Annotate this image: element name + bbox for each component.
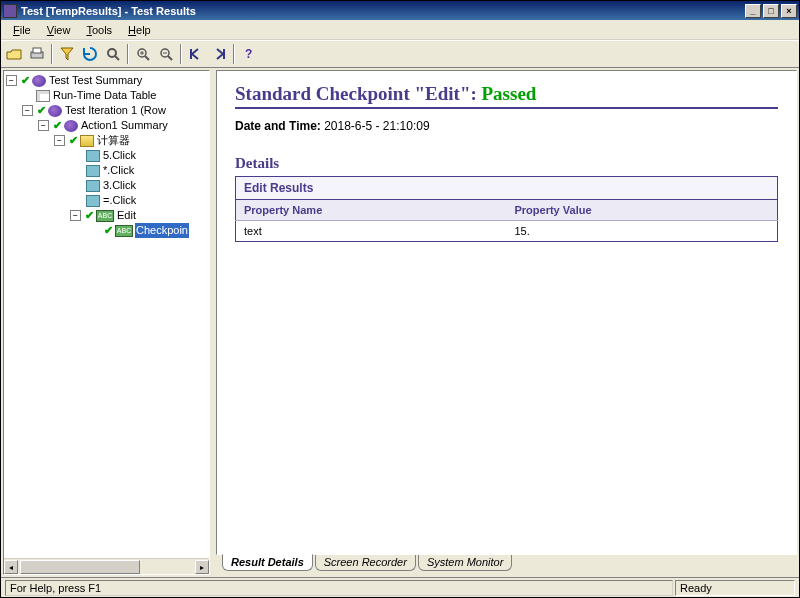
tab-result-details[interactable]: Result Details	[222, 554, 313, 571]
pass-icon: ✔	[83, 208, 95, 223]
horizontal-scrollbar[interactable]: ◂ ▸	[4, 558, 209, 574]
svg-line-7	[145, 56, 149, 60]
svg-point-2	[108, 49, 116, 57]
svg-line-10	[168, 56, 172, 60]
heading-prefix: Standard Checkpoint "Edit":	[235, 83, 482, 104]
date-time-line: Date and Time: 2018-6-5 - 21:10:09	[235, 119, 778, 133]
title-bar: Test [TempResults] - Test Results _ □ ×	[1, 1, 799, 20]
menu-view[interactable]: View	[39, 22, 79, 38]
col-property-name: Property Name	[236, 200, 507, 221]
tree: −✔Test Test Summary Run-Time Data Table …	[4, 71, 209, 240]
expander-icon[interactable]: −	[70, 210, 81, 221]
toolbar-separator	[51, 44, 53, 64]
table-row: text 15.	[236, 221, 778, 242]
details-heading: Details	[235, 155, 778, 172]
prev-button[interactable]	[185, 43, 207, 65]
action-icon	[64, 120, 78, 132]
tab-system-monitor[interactable]: System Monitor	[418, 555, 512, 571]
menu-view-label: iew	[54, 24, 71, 36]
expander-icon[interactable]: −	[38, 120, 49, 131]
print-button[interactable]	[26, 43, 48, 65]
col-property-value: Property Value	[507, 200, 778, 221]
cell-name: text	[236, 221, 507, 242]
tree-action[interactable]: Action1 Summary	[80, 118, 169, 133]
expander-icon[interactable]: −	[6, 75, 17, 86]
status-passed: Passed	[482, 83, 537, 104]
tab-screen-recorder[interactable]: Screen Recorder	[315, 555, 416, 571]
menu-help-label: elp	[136, 24, 151, 36]
folder-icon	[80, 135, 94, 147]
window-controls: _ □ ×	[745, 4, 797, 18]
tree-root[interactable]: Test Test Summary	[48, 73, 143, 88]
datetime-value: 2018-6-5 - 21:10:09	[324, 119, 429, 133]
tree-step-eq[interactable]: =.Click	[102, 193, 137, 208]
step-icon	[86, 165, 100, 177]
tree-calculator[interactable]: 计算器	[96, 133, 131, 148]
tree-panel: −✔Test Test Summary Run-Time Data Table …	[3, 70, 210, 575]
menu-file-label: ile	[20, 24, 31, 36]
minimize-button[interactable]: _	[745, 4, 761, 18]
zoom-out-button[interactable]	[155, 43, 177, 65]
tree-checkpoint[interactable]: Checkpoin	[135, 223, 189, 238]
menu-tools[interactable]: Tools	[78, 22, 120, 38]
help-button[interactable]: ?	[238, 43, 260, 65]
status-help: For Help, press F1	[5, 580, 673, 596]
step-icon	[86, 180, 100, 192]
step-icon	[86, 195, 100, 207]
scroll-left-button[interactable]: ◂	[4, 560, 18, 574]
table-section-header: Edit Results	[236, 177, 778, 200]
svg-rect-1	[33, 48, 41, 53]
bottom-tabs: Result Details Screen Recorder System Mo…	[216, 555, 797, 575]
menu-help[interactable]: Help	[120, 22, 159, 38]
grid-icon	[36, 90, 50, 102]
checkpoint-heading: Standard Checkpoint "Edit": Passed	[235, 83, 778, 105]
toolbar-separator	[180, 44, 182, 64]
window-title: Test [TempResults] - Test Results	[21, 5, 745, 17]
toolbar-separator	[233, 44, 235, 64]
menu-file[interactable]: File	[5, 22, 39, 38]
iteration-icon	[48, 105, 62, 117]
edit-icon: ABC	[96, 210, 114, 222]
datetime-label: Date and Time:	[235, 119, 321, 133]
next-button[interactable]	[208, 43, 230, 65]
pass-icon: ✔	[102, 223, 114, 238]
checkpoint-icon: ABC	[115, 225, 133, 237]
scroll-right-button[interactable]: ▸	[195, 560, 209, 574]
pass-icon: ✔	[19, 73, 31, 88]
status-ready: Ready	[675, 580, 795, 596]
toolbar-separator	[127, 44, 129, 64]
svg-text:?: ?	[245, 47, 252, 61]
find-button[interactable]	[102, 43, 124, 65]
menu-tools-label: ools	[92, 24, 112, 36]
refresh-button[interactable]	[79, 43, 101, 65]
tree-step-mul[interactable]: *.Click	[102, 163, 135, 178]
menu-bar: File View Tools Help	[1, 20, 799, 40]
maximize-button[interactable]: □	[763, 4, 779, 18]
cell-value: 15.	[507, 221, 778, 242]
expander-icon[interactable]: −	[54, 135, 65, 146]
expander-icon[interactable]: −	[22, 105, 33, 116]
heading-rule	[235, 107, 778, 109]
zoom-in-button[interactable]	[132, 43, 154, 65]
close-button[interactable]: ×	[781, 4, 797, 18]
tree-step-3[interactable]: 3.Click	[102, 178, 137, 193]
scroll-thumb[interactable]	[20, 560, 140, 574]
pass-icon: ✔	[51, 118, 63, 133]
tree-iteration[interactable]: Test Iteration 1 (Row	[64, 103, 167, 118]
details-view: Standard Checkpoint "Edit": Passed Date …	[216, 70, 797, 555]
summary-icon	[32, 75, 46, 87]
svg-line-3	[115, 56, 119, 60]
status-bar: For Help, press F1 Ready	[1, 577, 799, 597]
app-icon	[3, 4, 17, 18]
tree-edit[interactable]: Edit	[116, 208, 137, 223]
filter-button[interactable]	[56, 43, 78, 65]
step-icon	[86, 150, 100, 162]
results-table: Edit Results Property Name Property Valu…	[235, 176, 778, 242]
tree-data-table[interactable]: Run-Time Data Table	[52, 88, 157, 103]
toolbar: ?	[1, 40, 799, 68]
tree-step-5[interactable]: 5.Click	[102, 148, 137, 163]
open-button[interactable]	[3, 43, 25, 65]
pass-icon: ✔	[67, 133, 79, 148]
pass-icon: ✔	[35, 103, 47, 118]
content-area: −✔Test Test Summary Run-Time Data Table …	[1, 68, 799, 577]
